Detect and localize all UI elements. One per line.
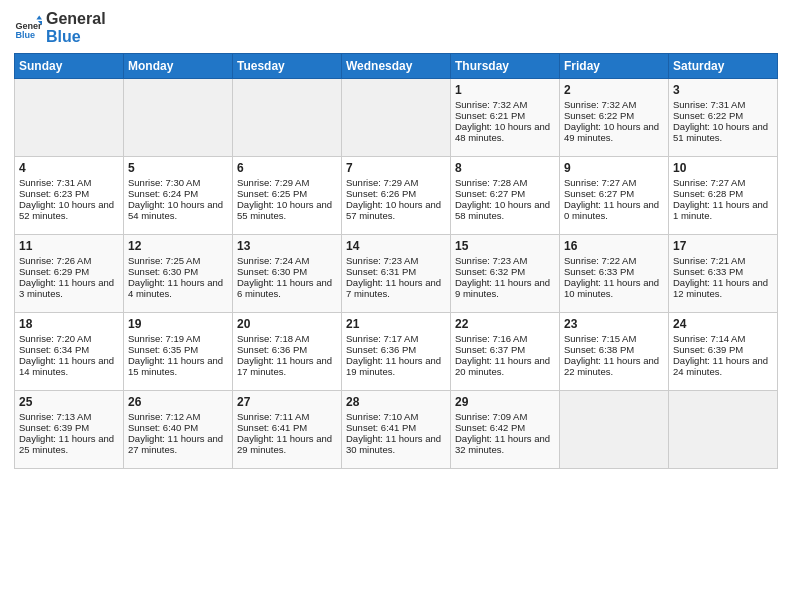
day-info: Daylight: 11 hours and 6 minutes.	[237, 277, 337, 299]
day-info: Daylight: 10 hours and 54 minutes.	[128, 199, 228, 221]
day-info: Daylight: 11 hours and 20 minutes.	[455, 355, 555, 377]
day-number: 25	[19, 395, 119, 409]
day-number: 16	[564, 239, 664, 253]
week-row-1: 4Sunrise: 7:31 AMSunset: 6:23 PMDaylight…	[15, 157, 778, 235]
day-info: Sunset: 6:29 PM	[19, 266, 119, 277]
day-info: Sunrise: 7:18 AM	[237, 333, 337, 344]
day-info: Sunrise: 7:31 AM	[19, 177, 119, 188]
day-info: Sunset: 6:35 PM	[128, 344, 228, 355]
day-number: 4	[19, 161, 119, 175]
logo-icon: General Blue	[14, 14, 42, 42]
day-info: Daylight: 11 hours and 17 minutes.	[237, 355, 337, 377]
day-number: 12	[128, 239, 228, 253]
day-cell	[669, 391, 778, 469]
day-cell: 6Sunrise: 7:29 AMSunset: 6:25 PMDaylight…	[233, 157, 342, 235]
day-info: Sunset: 6:30 PM	[237, 266, 337, 277]
calendar-table: SundayMondayTuesdayWednesdayThursdayFrid…	[14, 53, 778, 469]
day-info: Sunrise: 7:25 AM	[128, 255, 228, 266]
day-cell: 26Sunrise: 7:12 AMSunset: 6:40 PMDayligh…	[124, 391, 233, 469]
day-info: Sunrise: 7:22 AM	[564, 255, 664, 266]
day-info: Daylight: 10 hours and 48 minutes.	[455, 121, 555, 143]
day-number: 22	[455, 317, 555, 331]
day-info: Sunrise: 7:23 AM	[346, 255, 446, 266]
day-number: 17	[673, 239, 773, 253]
day-info: Sunset: 6:33 PM	[673, 266, 773, 277]
header-cell-wednesday: Wednesday	[342, 54, 451, 79]
day-info: Sunrise: 7:28 AM	[455, 177, 555, 188]
day-number: 19	[128, 317, 228, 331]
day-info: Sunset: 6:37 PM	[455, 344, 555, 355]
calendar-header: SundayMondayTuesdayWednesdayThursdayFrid…	[15, 54, 778, 79]
day-info: Sunset: 6:22 PM	[673, 110, 773, 121]
day-info: Sunset: 6:32 PM	[455, 266, 555, 277]
day-cell: 29Sunrise: 7:09 AMSunset: 6:42 PMDayligh…	[451, 391, 560, 469]
day-info: Daylight: 10 hours and 51 minutes.	[673, 121, 773, 143]
day-cell: 9Sunrise: 7:27 AMSunset: 6:27 PMDaylight…	[560, 157, 669, 235]
day-info: Sunset: 6:21 PM	[455, 110, 555, 121]
day-cell	[233, 79, 342, 157]
day-info: Sunrise: 7:23 AM	[455, 255, 555, 266]
day-cell: 24Sunrise: 7:14 AMSunset: 6:39 PMDayligh…	[669, 313, 778, 391]
day-info: Sunrise: 7:26 AM	[19, 255, 119, 266]
day-info: Sunrise: 7:29 AM	[346, 177, 446, 188]
day-number: 24	[673, 317, 773, 331]
day-info: Sunset: 6:27 PM	[455, 188, 555, 199]
day-number: 11	[19, 239, 119, 253]
svg-text:Blue: Blue	[15, 29, 35, 39]
day-cell: 18Sunrise: 7:20 AMSunset: 6:34 PMDayligh…	[15, 313, 124, 391]
day-info: Sunset: 6:28 PM	[673, 188, 773, 199]
day-cell	[124, 79, 233, 157]
day-cell: 25Sunrise: 7:13 AMSunset: 6:39 PMDayligh…	[15, 391, 124, 469]
header-cell-friday: Friday	[560, 54, 669, 79]
day-info: Sunset: 6:31 PM	[346, 266, 446, 277]
day-cell: 22Sunrise: 7:16 AMSunset: 6:37 PMDayligh…	[451, 313, 560, 391]
header-cell-thursday: Thursday	[451, 54, 560, 79]
day-number: 6	[237, 161, 337, 175]
day-cell: 5Sunrise: 7:30 AMSunset: 6:24 PMDaylight…	[124, 157, 233, 235]
day-cell: 4Sunrise: 7:31 AMSunset: 6:23 PMDaylight…	[15, 157, 124, 235]
day-info: Daylight: 11 hours and 32 minutes.	[455, 433, 555, 455]
svg-marker-2	[36, 15, 42, 19]
day-number: 3	[673, 83, 773, 97]
day-number: 27	[237, 395, 337, 409]
day-cell: 10Sunrise: 7:27 AMSunset: 6:28 PMDayligh…	[669, 157, 778, 235]
day-info: Sunrise: 7:14 AM	[673, 333, 773, 344]
day-cell	[15, 79, 124, 157]
day-info: Daylight: 10 hours and 52 minutes.	[19, 199, 119, 221]
day-info: Daylight: 11 hours and 7 minutes.	[346, 277, 446, 299]
day-info: Sunrise: 7:27 AM	[564, 177, 664, 188]
week-row-4: 25Sunrise: 7:13 AMSunset: 6:39 PMDayligh…	[15, 391, 778, 469]
day-cell: 3Sunrise: 7:31 AMSunset: 6:22 PMDaylight…	[669, 79, 778, 157]
day-number: 8	[455, 161, 555, 175]
header-cell-tuesday: Tuesday	[233, 54, 342, 79]
week-row-3: 18Sunrise: 7:20 AMSunset: 6:34 PMDayligh…	[15, 313, 778, 391]
day-number: 23	[564, 317, 664, 331]
day-info: Sunrise: 7:16 AM	[455, 333, 555, 344]
day-info: Daylight: 11 hours and 0 minutes.	[564, 199, 664, 221]
day-info: Sunset: 6:26 PM	[346, 188, 446, 199]
day-cell: 17Sunrise: 7:21 AMSunset: 6:33 PMDayligh…	[669, 235, 778, 313]
day-info: Daylight: 11 hours and 19 minutes.	[346, 355, 446, 377]
day-info: Daylight: 11 hours and 10 minutes.	[564, 277, 664, 299]
day-cell: 20Sunrise: 7:18 AMSunset: 6:36 PMDayligh…	[233, 313, 342, 391]
day-number: 9	[564, 161, 664, 175]
day-info: Sunset: 6:42 PM	[455, 422, 555, 433]
day-cell: 7Sunrise: 7:29 AMSunset: 6:26 PMDaylight…	[342, 157, 451, 235]
day-number: 14	[346, 239, 446, 253]
day-info: Sunset: 6:41 PM	[346, 422, 446, 433]
day-number: 15	[455, 239, 555, 253]
logo-general-text: General	[46, 10, 106, 28]
day-cell: 13Sunrise: 7:24 AMSunset: 6:30 PMDayligh…	[233, 235, 342, 313]
day-info: Sunset: 6:23 PM	[19, 188, 119, 199]
day-info: Daylight: 10 hours and 57 minutes.	[346, 199, 446, 221]
day-info: Sunrise: 7:24 AM	[237, 255, 337, 266]
day-info: Sunrise: 7:21 AM	[673, 255, 773, 266]
day-number: 7	[346, 161, 446, 175]
day-info: Sunrise: 7:30 AM	[128, 177, 228, 188]
day-cell: 2Sunrise: 7:32 AMSunset: 6:22 PMDaylight…	[560, 79, 669, 157]
day-number: 28	[346, 395, 446, 409]
day-cell: 12Sunrise: 7:25 AMSunset: 6:30 PMDayligh…	[124, 235, 233, 313]
day-info: Sunrise: 7:19 AM	[128, 333, 228, 344]
day-info: Sunset: 6:39 PM	[673, 344, 773, 355]
day-cell: 15Sunrise: 7:23 AMSunset: 6:32 PMDayligh…	[451, 235, 560, 313]
